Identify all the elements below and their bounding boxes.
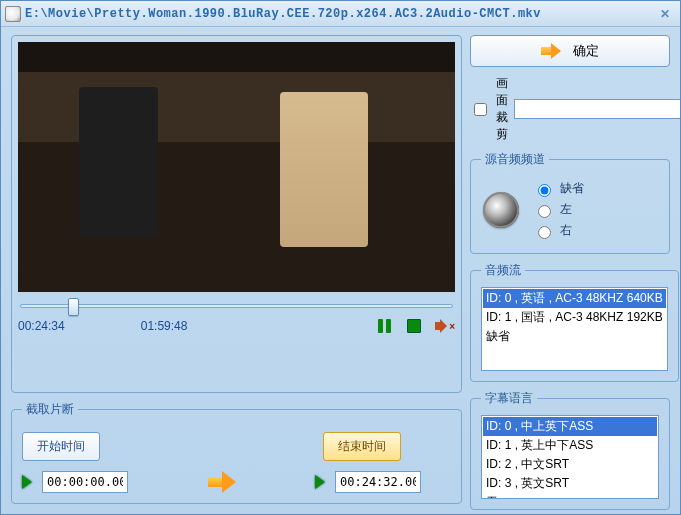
mute-button[interactable]: × bbox=[433, 316, 455, 336]
arrow-right-icon bbox=[541, 43, 563, 59]
ok-label: 确定 bbox=[573, 42, 599, 60]
app-icon bbox=[5, 6, 21, 22]
crop-label: 画面裁剪 bbox=[496, 75, 508, 143]
radio-left[interactable] bbox=[538, 205, 551, 218]
player-panel: 00:24:34 01:59:48 × bbox=[11, 35, 462, 393]
list-item[interactable]: ID: 0 , 英语 , AC-3 48KHZ 640KB bbox=[483, 289, 666, 308]
audio-channel-group: 源音频频道 缺省 左 右 bbox=[470, 151, 670, 254]
audio-channel-left[interactable]: 左 bbox=[533, 201, 584, 218]
seek-slider[interactable] bbox=[20, 304, 453, 308]
audio-stream-legend: 音频流 bbox=[481, 262, 525, 279]
current-time: 00:24:34 bbox=[18, 319, 65, 333]
list-item[interactable]: ID: 3 , 英文SRT bbox=[483, 474, 657, 493]
clip-group: 截取片断 开始时间 结束时间 bbox=[11, 401, 462, 504]
audio-channel-default[interactable]: 缺省 bbox=[533, 180, 584, 197]
pause-icon bbox=[378, 319, 391, 333]
list-item[interactable]: ID: 1 , 英上中下ASS bbox=[483, 436, 657, 455]
list-item[interactable]: ID: 2 , 中文SRT bbox=[483, 455, 657, 474]
end-time-button[interactable]: 结束时间 bbox=[323, 432, 401, 461]
video-preview[interactable] bbox=[18, 42, 455, 292]
window-title: E:\Movie\Pretty.Woman.1990.BluRay.CEE.72… bbox=[25, 7, 650, 21]
clip-legend: 截取片断 bbox=[22, 401, 78, 418]
audio-stream-group: 音频流 ID: 0 , 英语 , AC-3 48KHZ 640KBID: 1 ,… bbox=[470, 262, 679, 382]
total-duration: 01:59:48 bbox=[141, 319, 188, 333]
subtitle-legend: 字幕语言 bbox=[481, 390, 537, 407]
seek-thumb[interactable] bbox=[68, 298, 79, 316]
play-end-icon[interactable] bbox=[315, 475, 325, 489]
audio-channel-legend: 源音频频道 bbox=[481, 151, 549, 168]
stop-icon bbox=[407, 319, 421, 333]
range-arrow-icon bbox=[208, 471, 236, 493]
start-time-button[interactable]: 开始时间 bbox=[22, 432, 100, 461]
stop-button[interactable] bbox=[403, 316, 425, 336]
list-item[interactable]: ID: 1 , 国语 , AC-3 48KHZ 192KB bbox=[483, 308, 666, 327]
pause-button[interactable] bbox=[373, 316, 395, 336]
subtitle-group: 字幕语言 ID: 0 , 中上英下ASSID: 1 , 英上中下ASSID: 2… bbox=[470, 390, 670, 510]
crop-row: 画面裁剪 bbox=[470, 75, 670, 143]
video-frame-placeholder bbox=[18, 42, 455, 292]
start-time-input[interactable] bbox=[42, 471, 128, 493]
list-item[interactable]: 无 bbox=[483, 493, 657, 499]
audio-channel-right[interactable]: 右 bbox=[533, 222, 584, 239]
play-start-icon[interactable] bbox=[22, 475, 32, 489]
subtitle-list[interactable]: ID: 0 , 中上英下ASSID: 1 , 英上中下ASSID: 2 , 中文… bbox=[481, 415, 659, 499]
speaker-mute-icon: × bbox=[435, 319, 453, 333]
list-item[interactable]: 缺省 bbox=[483, 327, 666, 346]
speaker-icon bbox=[483, 192, 519, 228]
audio-stream-list[interactable]: ID: 0 , 英语 , AC-3 48KHZ 640KBID: 1 , 国语 … bbox=[481, 287, 668, 371]
radio-right[interactable] bbox=[538, 226, 551, 239]
end-time-input[interactable] bbox=[335, 471, 421, 493]
titlebar: E:\Movie\Pretty.Woman.1990.BluRay.CEE.72… bbox=[1, 1, 680, 27]
radio-default[interactable] bbox=[538, 184, 551, 197]
app-window: E:\Movie\Pretty.Woman.1990.BluRay.CEE.72… bbox=[0, 0, 681, 515]
crop-input[interactable] bbox=[514, 99, 681, 119]
list-item[interactable]: ID: 0 , 中上英下ASS bbox=[483, 417, 657, 436]
crop-checkbox[interactable] bbox=[474, 103, 487, 116]
close-icon[interactable]: ✕ bbox=[654, 5, 676, 23]
ok-button[interactable]: 确定 bbox=[470, 35, 670, 67]
